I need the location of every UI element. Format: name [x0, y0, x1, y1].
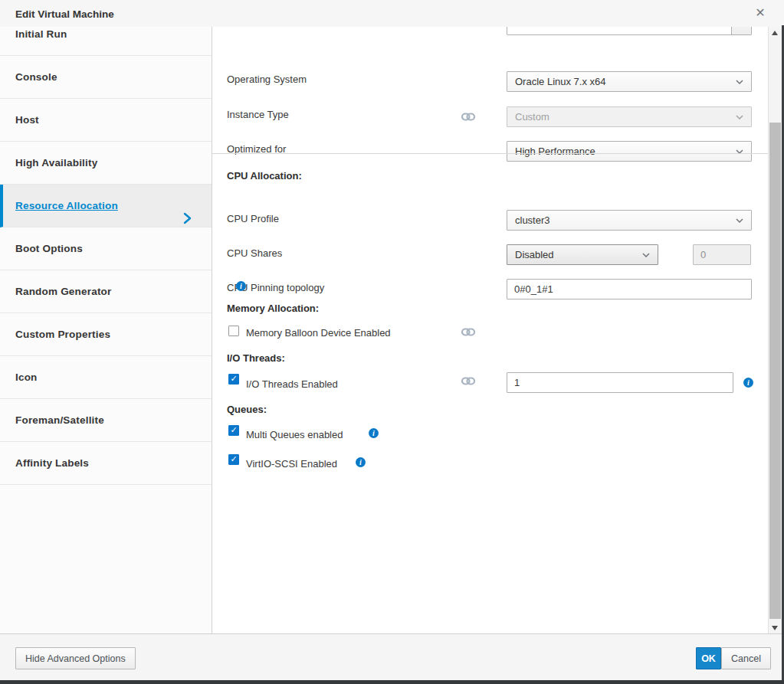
virtio-scsi-label: VirtIO-SCSI Enabled	[246, 458, 337, 470]
form-panel: Operating System Oracle Linux 7.x x64 In…	[212, 27, 768, 633]
dialog-footer: Hide Advanced Options OK Cancel	[0, 633, 784, 680]
dialog-title: Edit Virtual Machine	[15, 8, 114, 20]
hide-advanced-options-button[interactable]: Hide Advanced Options	[15, 647, 136, 669]
optimized-for-select[interactable]: High Performance	[507, 141, 752, 162]
sidebar-item-resource-allocation[interactable]: Resource Allocation	[0, 185, 212, 227]
chevron-down-icon	[736, 115, 743, 119]
scrollbar-thumb[interactable]	[769, 123, 781, 619]
link-icon	[461, 327, 475, 339]
dialog-body: Initial Run Console Host High Availabili…	[0, 27, 784, 633]
io-threads-checkbox[interactable]	[228, 374, 239, 385]
link-icon	[461, 376, 475, 388]
sidebar-item-foreman-satellite[interactable]: Foreman/Satellite	[0, 399, 212, 442]
scroll-up-icon[interactable]	[769, 27, 782, 39]
cpu-shares-amount-input	[693, 244, 751, 265]
info-icon[interactable]: i	[743, 378, 753, 388]
info-icon[interactable]: i	[356, 457, 366, 467]
multi-queues-checkbox[interactable]	[228, 425, 239, 436]
sidebar-item-boot-options[interactable]: Boot Options	[0, 227, 212, 270]
operating-system-label: Operating System	[227, 74, 307, 85]
cpu-shares-label: CPU Shares	[227, 247, 282, 259]
multi-queues-label: Multi Queues enabled	[246, 429, 343, 440]
io-threads-count-input[interactable]	[507, 372, 733, 393]
page-behind-edge	[0, 680, 784, 684]
sidebar-item-random-generator[interactable]: Random Generator	[0, 270, 212, 313]
section-divider	[212, 153, 768, 154]
sidebar-nav-list: Initial Run Console Host High Availabili…	[0, 27, 212, 485]
memory-allocation-heading: Memory Allocation:	[227, 303, 319, 314]
instance-type-select: Custom	[507, 106, 752, 127]
link-icon	[461, 112, 475, 123]
io-threads-heading: I/O Threads:	[227, 352, 285, 364]
dialog-header: Edit Virtual Machine ✕	[0, 0, 784, 27]
sidebar-item-console[interactable]: Console	[0, 56, 212, 99]
info-icon[interactable]: i	[236, 281, 246, 291]
chevron-down-icon	[642, 253, 650, 257]
instance-type-label: Instance Type	[227, 109, 289, 120]
queues-heading: Queues:	[227, 404, 267, 415]
sidebar-item-high-availability[interactable]: High Availability	[0, 142, 212, 185]
vertical-scrollbar[interactable]	[768, 27, 782, 633]
virtio-scsi-checkbox[interactable]	[228, 454, 239, 465]
info-icon[interactable]: i	[369, 428, 379, 438]
memory-balloon-label: Memory Balloon Device Enabled	[246, 327, 391, 339]
memory-balloon-checkbox[interactable]	[228, 326, 239, 336]
cpu-profile-label: CPU Profile	[227, 213, 279, 224]
close-icon[interactable]: ✕	[753, 5, 768, 21]
sidebar-item-custom-properties[interactable]: Custom Properties	[0, 313, 212, 356]
operating-system-select[interactable]: Oracle Linux 7.x x64	[507, 71, 752, 92]
io-threads-label: I/O Threads Enabled	[246, 378, 338, 390]
scroll-down-icon[interactable]	[769, 621, 782, 633]
chevron-down-icon	[736, 218, 743, 223]
chevron-down-icon[interactable]	[731, 27, 751, 34]
sidebar-item-initial-run[interactable]: Initial Run	[0, 27, 212, 56]
chevron-down-icon	[736, 80, 743, 84]
clipped-top-select[interactable]	[507, 27, 752, 35]
sidebar-item-icon[interactable]: Icon	[0, 356, 212, 399]
edit-vm-dialog: Edit Virtual Machine ✕ Initial Run Conso…	[0, 0, 784, 684]
cpu-pinning-input[interactable]	[507, 279, 752, 299]
sidebar-item-affinity-labels[interactable]: Affinity Labels	[0, 442, 212, 485]
sidebar-item-host[interactable]: Host	[0, 99, 212, 142]
cpu-profile-select[interactable]: cluster3	[507, 210, 752, 231]
cpu-allocation-heading: CPU Allocation:	[227, 170, 302, 182]
sidebar: Initial Run Console Host High Availabili…	[0, 27, 212, 633]
cpu-shares-select[interactable]: Disabled	[507, 244, 658, 265]
ok-button[interactable]: OK	[696, 647, 721, 669]
cancel-button[interactable]: Cancel	[721, 647, 771, 669]
